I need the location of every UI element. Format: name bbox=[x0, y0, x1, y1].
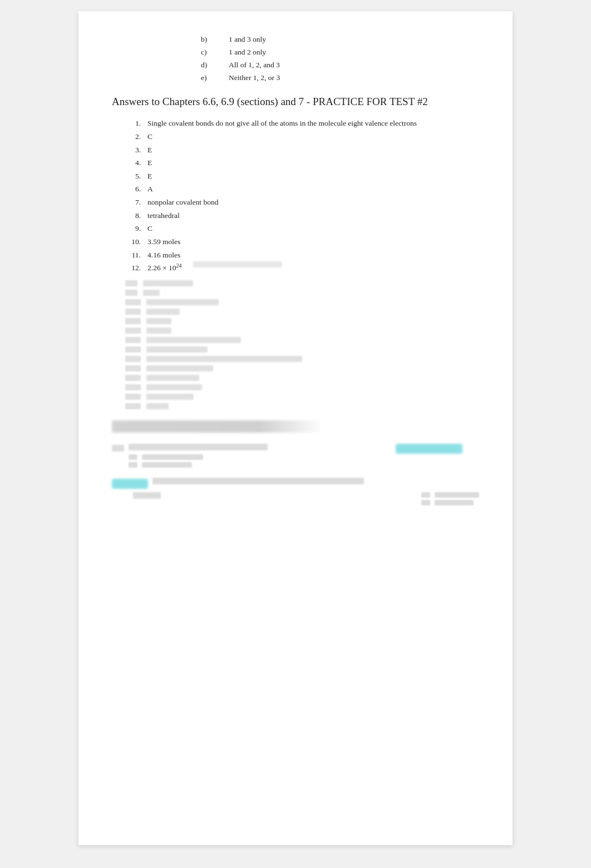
blurred-row-26 bbox=[125, 403, 479, 409]
cyan-highlight-2 bbox=[112, 479, 148, 489]
answer-num-6: 6. bbox=[125, 182, 141, 196]
answer-val-8: tetrahedral bbox=[147, 209, 180, 222]
answer-item-11: 11. 4.16 moles bbox=[125, 249, 479, 262]
answer-item-7: 7. nonpolar covalent bond bbox=[125, 196, 479, 209]
blurred-row-19 bbox=[125, 337, 479, 343]
sc-letter bbox=[129, 462, 137, 468]
bq2-extra-row bbox=[112, 492, 479, 508]
choice-c: c) 1 and 2 only bbox=[201, 46, 479, 59]
answer-num-10: 10. bbox=[125, 235, 141, 249]
choice-b: b) 1 and 3 only bbox=[201, 33, 479, 46]
choice-d-text: All of 1, 2, and 3 bbox=[229, 59, 280, 72]
sc-letter bbox=[421, 492, 430, 498]
blurred-row-13 bbox=[125, 280, 479, 286]
cyan-highlight-1 bbox=[396, 444, 462, 454]
choice-e-text: Neither 1, 2, or 3 bbox=[229, 72, 280, 85]
answer-num-3: 3. bbox=[125, 143, 141, 157]
blurred-row-18 bbox=[125, 328, 479, 334]
blurred-num bbox=[125, 328, 141, 334]
blurred-text bbox=[146, 384, 202, 390]
answer-item-8: 8. tetrahedral bbox=[125, 209, 479, 222]
blurred-num bbox=[125, 384, 141, 390]
bq1-choice-b bbox=[129, 462, 479, 468]
answer-val-10: 3.59 moles bbox=[147, 235, 180, 249]
bq1-choice-a bbox=[129, 454, 479, 460]
blurred-num bbox=[125, 290, 137, 296]
answer-choices-list: b) 1 and 3 only c) 1 and 2 only d) All o… bbox=[201, 33, 479, 85]
answer-item-9: 9. C bbox=[125, 222, 479, 235]
answer-val-12-exp: 24 bbox=[176, 262, 182, 269]
bq2-subrow bbox=[112, 492, 479, 508]
bq1-text bbox=[129, 444, 268, 450]
blurred-row-21 bbox=[125, 356, 479, 362]
blurred-text bbox=[146, 346, 208, 353]
bottom-question-2 bbox=[112, 478, 479, 508]
sc-text bbox=[142, 462, 192, 468]
answer-list: 1. Single covalent bonds do not give all… bbox=[125, 117, 479, 275]
sc-letter bbox=[129, 454, 137, 460]
answer-val-12-prefix: 2.26 × 1024 bbox=[147, 261, 182, 275]
choice-c-text: 1 and 2 only bbox=[229, 46, 266, 59]
blurred-text bbox=[146, 328, 171, 334]
chapter7-section bbox=[112, 420, 479, 433]
answer-num-11: 11. bbox=[125, 249, 141, 262]
bq2-row bbox=[112, 478, 479, 489]
blurred-text bbox=[146, 299, 219, 305]
choice-e-letter: e) bbox=[201, 72, 212, 85]
bq2-text bbox=[152, 478, 364, 484]
choice-e: e) Neither 1, 2, or 3 bbox=[201, 72, 479, 85]
blurred-num bbox=[125, 365, 141, 371]
choice-b-letter: b) bbox=[201, 33, 212, 46]
answer-val-1: Single covalent bonds do not give all of… bbox=[147, 117, 417, 130]
blurred-num bbox=[125, 346, 141, 353]
blurred-num bbox=[125, 356, 141, 362]
answer-num-12: 12. bbox=[125, 261, 141, 275]
answer-num-1: 1. bbox=[125, 117, 141, 130]
choice-b-text: 1 and 3 only bbox=[229, 33, 266, 46]
blurred-text bbox=[143, 280, 193, 286]
chapter7-heading-blurred bbox=[112, 420, 323, 433]
blurred-row-22 bbox=[125, 365, 479, 371]
answer-item-6: 6. A bbox=[125, 182, 479, 196]
answer-val-3: E bbox=[147, 143, 152, 157]
sc-letter bbox=[421, 500, 430, 505]
blurred-num bbox=[125, 318, 141, 324]
blurred-row-16 bbox=[125, 309, 479, 315]
blurred-row-24 bbox=[125, 384, 479, 390]
blurred-row-25 bbox=[125, 394, 479, 400]
section-heading: Answers to Chapters 6.6, 6.9 (sections) … bbox=[112, 95, 479, 110]
answer-num-4: 4. bbox=[125, 156, 141, 170]
answer-val-7: nonpolar covalent bond bbox=[147, 196, 218, 209]
bottom-section bbox=[112, 444, 479, 508]
blurred-row-17 bbox=[125, 318, 479, 324]
blurred-text bbox=[146, 337, 241, 343]
answer-val-11: 4.16 moles bbox=[147, 249, 180, 262]
answer-num-8: 8. bbox=[125, 209, 141, 222]
answer-item-2: 2. C bbox=[125, 130, 479, 143]
sc-text bbox=[435, 500, 474, 505]
sc-text bbox=[142, 454, 203, 460]
bq2-choice-b bbox=[421, 500, 479, 505]
bq2-choice-a bbox=[421, 492, 479, 498]
answer-val-5: E bbox=[147, 170, 152, 183]
bottom-question-1 bbox=[112, 444, 479, 468]
answer-item-10: 10. 3.59 moles bbox=[125, 235, 479, 249]
answer-val-2: C bbox=[147, 130, 152, 143]
bq1-row bbox=[112, 444, 479, 452]
answer-val-6: A bbox=[147, 182, 153, 196]
page: b) 1 and 3 only c) 1 and 2 only d) All o… bbox=[78, 11, 513, 845]
blurred-text bbox=[146, 375, 199, 381]
blurred-num bbox=[125, 403, 141, 409]
blurred-num bbox=[125, 280, 137, 286]
blurred-row-23 bbox=[125, 375, 479, 381]
blurred-text bbox=[146, 318, 171, 324]
bq2-right-choices bbox=[421, 492, 479, 508]
bq2-extra-text bbox=[133, 492, 161, 499]
blurred-text bbox=[146, 365, 213, 371]
blurred-text bbox=[146, 356, 302, 362]
blurred-answers-section bbox=[125, 280, 479, 409]
answer-item-1: 1. Single covalent bonds do not give all… bbox=[125, 117, 479, 130]
blurred-row-14 bbox=[125, 290, 479, 296]
blurred-text bbox=[146, 394, 194, 400]
blurred-text bbox=[146, 309, 180, 315]
